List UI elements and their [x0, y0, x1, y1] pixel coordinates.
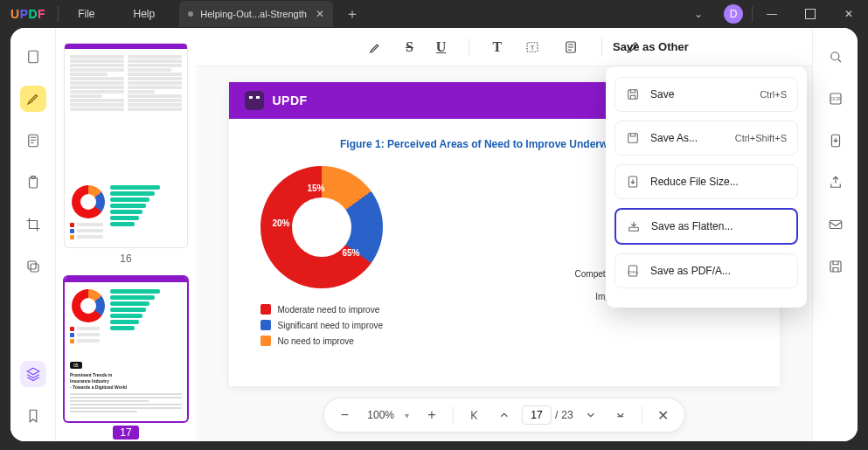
document-brand: UPDF	[273, 93, 308, 107]
bookmark-icon[interactable]	[20, 403, 46, 429]
user-avatar[interactable]: D	[724, 4, 743, 24]
last-page-button[interactable]	[608, 403, 633, 427]
tab-indicator-icon	[188, 11, 193, 17]
donut-chart-icon	[72, 185, 105, 218]
svg-rect-5	[31, 264, 38, 272]
right-sidebar: OCR	[812, 28, 858, 441]
textbox-icon[interactable]: T	[524, 39, 540, 55]
flatten-icon	[627, 219, 641, 233]
reduce-file-size-option[interactable]: Reduce File Size...	[615, 164, 798, 199]
section-title: Prominent Trends in Insurance Industry -…	[70, 372, 182, 391]
zoom-value[interactable]: 100%	[362, 409, 399, 421]
highlighter-icon[interactable]	[367, 39, 383, 55]
window-minimize-button[interactable]: —	[753, 0, 791, 28]
clipboard-tool-icon[interactable]	[20, 170, 46, 196]
save-other-icon[interactable]	[823, 253, 849, 280]
thumbnail-page-17[interactable]: 05 Prominent Trends in Insurance Industr…	[65, 277, 187, 421]
shortcut-label: Ctrl+Shift+S	[735, 133, 787, 143]
text-icon[interactable]: T	[492, 39, 502, 55]
workspace: 16 05 Prominent Tren	[10, 28, 858, 441]
save-as-option[interactable]: Save As... Ctrl+Shift+S	[615, 121, 798, 156]
zoom-in-button[interactable]: +	[420, 403, 444, 427]
svg-rect-19	[830, 221, 842, 229]
save-as-flatten-option[interactable]: Save as Flatten...	[615, 208, 798, 245]
close-zoombar-button[interactable]: ✕	[651, 403, 676, 427]
strikethrough-icon[interactable]: S	[406, 39, 413, 55]
mail-icon[interactable]	[823, 211, 849, 238]
annotate-tool-icon[interactable]	[20, 128, 46, 154]
page-view-icon[interactable]	[20, 44, 46, 70]
underline-icon[interactable]: U	[436, 39, 447, 55]
svg-rect-9	[628, 90, 638, 100]
first-page-button[interactable]	[462, 403, 487, 427]
zoom-dropdown-icon[interactable]: ▾	[405, 411, 414, 420]
svg-point-15	[830, 52, 838, 60]
canvas: S U T T UPDF Figure 1: Perceived Areas o…	[196, 28, 812, 441]
thumbnail-page-16[interactable]	[65, 44, 187, 247]
pdfa-icon: PDF/A	[626, 264, 640, 278]
window-maximize-button[interactable]	[791, 0, 830, 28]
highlighter-tool-icon[interactable]	[20, 86, 46, 112]
menu-help[interactable]: Help	[115, 8, 175, 20]
reduce-icon	[626, 175, 640, 189]
save-icon	[626, 87, 640, 101]
thumbnail-label-16: 16	[65, 253, 187, 265]
saveas-icon	[626, 131, 640, 145]
donut-label-15: 15%	[308, 183, 325, 193]
thumbnail-label-17: 17	[65, 426, 187, 439]
window-close-button[interactable]: ✕	[830, 0, 868, 28]
brand-mark-icon	[245, 91, 264, 110]
donut-chart: 15% 20% 65%	[260, 166, 383, 288]
thumbnail-panel[interactable]: 16 05 Prominent Tren	[56, 28, 196, 441]
save-option[interactable]: Save Ctrl+S	[615, 77, 798, 112]
panel-title: Save as Other	[613, 40, 689, 53]
donut-label-20: 20%	[273, 218, 290, 228]
svg-rect-4	[28, 261, 36, 269]
page-total: 23	[561, 409, 573, 421]
tab-close-icon[interactable]: ✕	[316, 8, 324, 20]
tabs-dropdown-icon[interactable]: ⌄	[682, 8, 715, 20]
svg-text:PDF/A: PDF/A	[628, 270, 638, 274]
annotation-toolbar: S U T T	[196, 28, 812, 66]
donut-chart-icon	[72, 289, 105, 322]
save-as-pdfa-option[interactable]: PDF/A Save as PDF/A...	[615, 253, 798, 288]
share-icon[interactable]	[823, 170, 849, 196]
shortcut-label: Ctrl+S	[760, 89, 787, 100]
svg-text:OCR: OCR	[830, 96, 841, 101]
svg-text:T: T	[531, 44, 535, 52]
layers-icon[interactable]	[20, 361, 46, 387]
prev-page-button[interactable]	[492, 403, 517, 427]
app-logo: UPDF	[0, 7, 58, 21]
document-tab[interactable]: Helping-Out...al-Strength ✕	[179, 1, 333, 27]
save-as-other-panel: Save as Other Save Ctrl+S Save As... Ctr…	[606, 66, 807, 308]
duplicate-tool-icon[interactable]	[20, 253, 46, 280]
note-icon[interactable]	[563, 39, 579, 55]
next-page-button[interactable]	[579, 403, 603, 427]
zoom-out-button[interactable]: −	[332, 403, 357, 427]
zoom-bar: − 100% ▾ + / 23 ✕	[323, 398, 684, 433]
new-tab-button[interactable]: ＋	[345, 5, 359, 24]
svg-rect-12	[629, 227, 639, 231]
svg-rect-1	[28, 135, 38, 147]
donut-label-65: 65%	[343, 248, 360, 258]
ocr-icon[interactable]: OCR	[823, 86, 849, 112]
svg-rect-0	[28, 51, 38, 63]
titlebar: UPDF File Help Helping-Out...al-Strength…	[0, 0, 868, 28]
crop-tool-icon[interactable]	[20, 211, 46, 238]
page-indicator: / 23	[522, 405, 573, 425]
chart-legend: Moderate need to improve Significant nee…	[260, 304, 453, 346]
left-sidebar	[10, 28, 56, 441]
menu-file[interactable]: File	[59, 8, 114, 20]
tab-title: Helping-Out...al-Strength	[200, 9, 307, 19]
page-input[interactable]	[522, 405, 552, 425]
export-file-icon[interactable]	[823, 128, 849, 154]
section-tag: 05	[70, 362, 82, 369]
search-icon[interactable]	[823, 44, 849, 70]
svg-rect-20	[830, 261, 841, 272]
svg-rect-10	[628, 134, 638, 143]
